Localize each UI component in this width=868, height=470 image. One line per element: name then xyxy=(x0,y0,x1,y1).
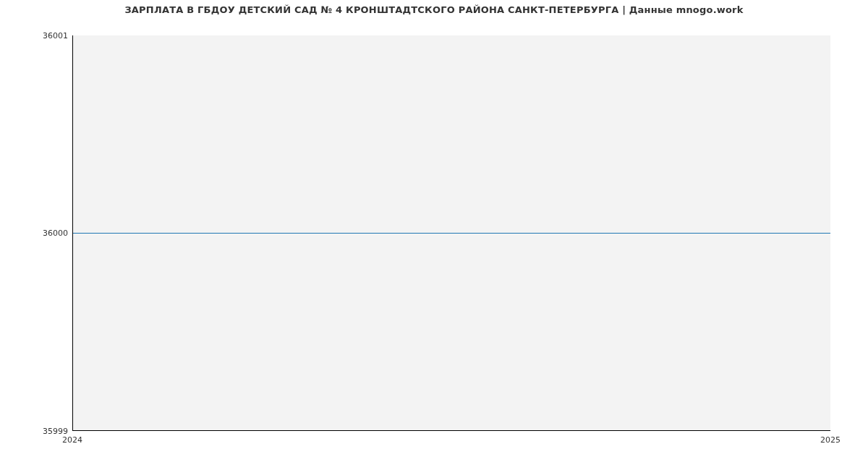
xtick-2024: 2024 xyxy=(62,435,82,445)
ytick-35999: 35999 xyxy=(3,427,68,436)
xtick-2025: 2025 xyxy=(820,435,841,445)
ytick-36001: 36001 xyxy=(3,31,68,40)
chart-title: ЗАРПЛАТА В ГБДОУ ДЕТСКИЙ САД № 4 КРОНШТА… xyxy=(0,4,868,15)
plot-area xyxy=(72,35,830,431)
chart-container: ЗАРПЛАТА В ГБДОУ ДЕТСКИЙ САД № 4 КРОНШТА… xyxy=(0,0,868,470)
ytick-36000: 36000 xyxy=(3,228,68,238)
data-line xyxy=(73,233,830,234)
